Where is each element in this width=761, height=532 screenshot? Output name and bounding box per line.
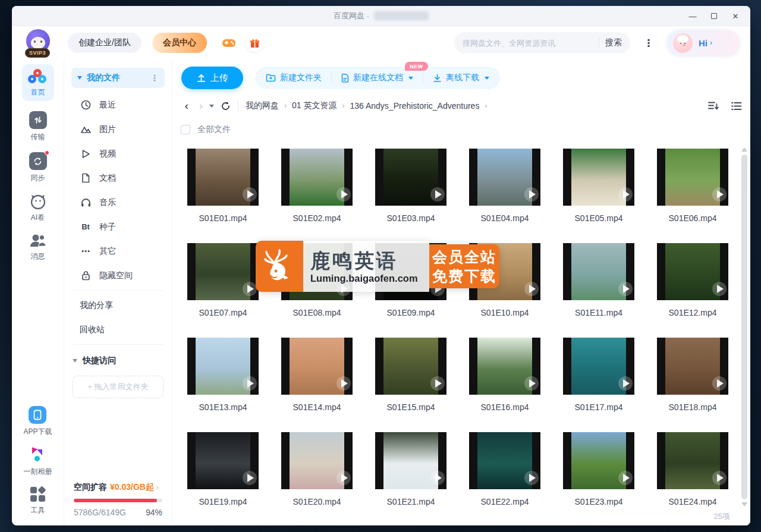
file-card[interactable]: S01E15.mp4 [375,338,446,412]
file-name[interactable]: S01E11.mp4 [563,308,634,317]
breadcrumb-segment[interactable]: 我的网盘 [246,100,279,111]
nav-back-button[interactable]: ‹ [180,99,194,112]
gift-button[interactable] [246,34,264,52]
user-avatar[interactable]: SVIP3 [26,29,51,56]
file-card[interactable]: S01E12.mp4 [657,243,728,317]
file-name[interactable]: S01E23.mp4 [563,497,634,506]
file-card[interactable]: S01E11.mp4 [563,243,634,317]
file-name[interactable]: S01E01.mp4 [187,213,259,223]
file-name[interactable]: S01E18.mp4 [657,402,728,412]
sidebar-item-torrents[interactable]: Bt 种子 [71,215,165,239]
file-card[interactable]: S01E19.mp4 [187,432,259,506]
file-card[interactable]: S01E17.mp4 [563,338,634,412]
rail-item-sync[interactable]: 同步 [29,152,47,183]
breadcrumb-segment[interactable]: 01 英文资源 [292,100,337,111]
file-card[interactable]: S01E04.mp4 [469,149,540,223]
offline-download-button[interactable]: 离线下载 [433,73,489,83]
sidebar-item-hidden-space[interactable]: 隐藏空间 [71,263,165,288]
video-thumbnail[interactable] [563,338,634,395]
video-thumbnail[interactable] [281,149,353,206]
video-thumbnail[interactable] [657,432,728,489]
rail-item-app-download[interactable]: APP下载 [23,406,52,437]
vip-center-button[interactable]: 会员中心 [152,33,207,53]
video-thumbnail[interactable] [187,243,259,300]
create-team-button[interactable]: 创建企业/团队 [68,33,141,53]
video-thumbnail[interactable] [187,432,259,489]
video-thumbnail[interactable] [187,149,259,206]
rail-item-messages[interactable]: 消息 [29,233,47,262]
file-name[interactable]: S01E16.mp4 [469,402,540,412]
video-thumbnail[interactable] [469,338,540,395]
video-thumbnail[interactable] [563,432,634,489]
quick-access-header[interactable]: 快捷访问 [71,350,165,372]
file-card[interactable]: S01E09.mp4 [375,243,446,317]
rail-item-tools[interactable]: 工具 [30,487,46,515]
file-name[interactable]: S01E02.mp4 [281,213,353,223]
file-card[interactable]: S01E14.mp4 [281,338,353,412]
sidebar-item-music[interactable]: 音乐 [71,190,165,215]
video-thumbnail[interactable] [375,243,446,300]
file-card[interactable]: S01E07.mp4 [187,243,259,317]
close-button[interactable]: ✕ [727,8,744,24]
file-name[interactable]: S01E21.mp4 [375,497,446,506]
file-name[interactable]: S01E09.mp4 [375,308,446,317]
file-card[interactable]: S01E01.mp4 [187,149,259,223]
sidebar-item-other[interactable]: ⋯ 其它 [71,239,165,263]
file-card[interactable]: S01E24.mp4 [657,432,728,506]
video-thumbnail[interactable] [375,149,446,206]
file-name[interactable]: S01E03.mp4 [375,213,446,223]
file-card[interactable]: S01E22.mp4 [469,432,540,506]
assistant-pill[interactable]: Hi › [667,30,740,56]
maximize-button[interactable] [705,8,723,24]
select-all-checkbox[interactable] [181,125,190,134]
file-card[interactable]: S01E23.mp4 [563,432,634,506]
video-thumbnail[interactable] [469,149,540,206]
favorite-folder-dropzone[interactable]: + 拖入常用文件夹 [73,376,163,398]
rail-item-home[interactable]: 首页 [22,64,54,101]
scroll-up-icon[interactable] [741,147,747,152]
file-name[interactable]: S01E05.mp4 [563,213,634,223]
video-thumbnail[interactable] [657,149,728,206]
sidebar-item-documents[interactable]: 文档 [71,166,165,190]
file-name[interactable]: S01E14.mp4 [281,402,353,412]
sidebar-item-videos[interactable]: 视频 [71,141,165,166]
breadcrumb-segment[interactable]: 136 Andys_Prehistoric_Adventures [350,101,479,111]
more-menu-button[interactable]: ⋮ [640,34,658,52]
scroll-down-icon[interactable] [741,502,747,506]
scrollbar[interactable] [741,147,747,506]
file-name[interactable]: S01E07.mp4 [187,308,259,317]
video-thumbnail[interactable] [375,338,446,395]
minimize-button[interactable]: — [684,8,702,24]
rail-item-album[interactable]: 一刻相册 [24,447,52,477]
file-name[interactable]: S01E12.mp4 [657,308,728,317]
video-thumbnail[interactable] [469,432,540,489]
file-card[interactable]: S01E05.mp4 [563,149,634,223]
sort-button[interactable] [708,101,719,111]
search-input[interactable] [463,39,593,48]
video-thumbnail[interactable] [375,432,446,489]
file-card[interactable]: S01E13.mp4 [187,338,259,412]
file-name[interactable]: S01E15.mp4 [375,402,446,412]
file-name[interactable]: S01E10.mp4 [469,308,540,317]
scrollbar-thumb[interactable] [741,155,747,499]
refresh-button[interactable] [218,101,233,111]
file-card[interactable]: S01E18.mp4 [657,338,728,412]
file-name[interactable]: S01E13.mp4 [187,402,259,412]
collapse-arrow-icon[interactable] [77,76,82,80]
rail-item-ai-view[interactable]: AI看 [29,193,47,223]
video-thumbnail[interactable] [469,243,540,300]
file-card[interactable]: S01E20.mp4 [281,432,353,506]
rail-item-transfer[interactable]: 传输 [29,111,47,142]
video-thumbnail[interactable] [281,243,353,300]
file-card[interactable]: S01E02.mp4 [281,149,353,223]
video-thumbnail[interactable] [281,432,353,489]
video-thumbnail[interactable] [281,338,353,395]
new-folder-button[interactable]: 新建文件夹 [266,73,322,83]
upload-button[interactable]: 上传 [181,67,243,89]
search-button[interactable]: 搜索 [605,37,622,48]
nav-forward-button[interactable]: › [194,99,208,112]
search-box[interactable]: 搜索 [454,32,630,53]
file-name[interactable]: S01E04.mp4 [469,213,540,223]
history-dropdown-icon[interactable] [209,105,214,108]
file-name[interactable]: S01E06.mp4 [657,213,728,223]
